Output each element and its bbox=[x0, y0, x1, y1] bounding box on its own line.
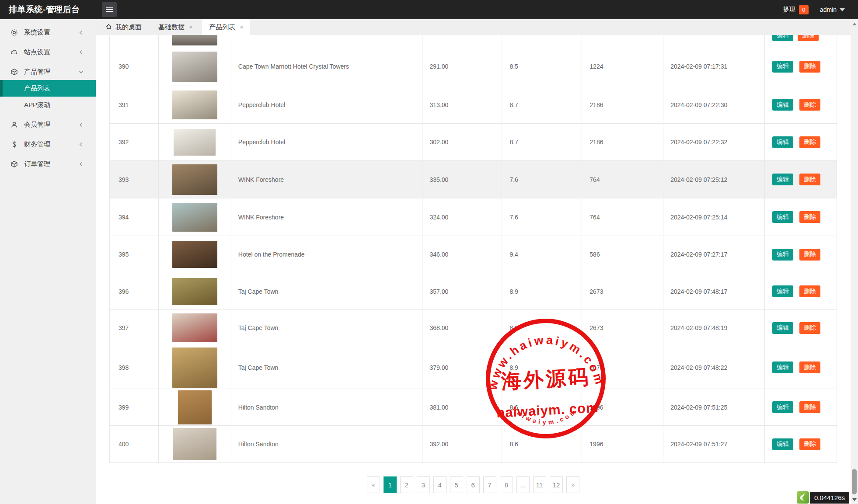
withdraw-menu[interactable]: 提现 0 bbox=[783, 5, 809, 14]
delete-button[interactable]: 删除 bbox=[799, 249, 820, 261]
edit-button[interactable]: 编辑 bbox=[772, 99, 793, 111]
edit-button[interactable]: 编辑 bbox=[772, 322, 793, 334]
product-price: 346.00 bbox=[422, 236, 502, 273]
sidebar-item-label: 系统设置 bbox=[24, 28, 50, 37]
product-updated-time: 2024-02-09 07:48:17 bbox=[663, 273, 765, 309]
scrollbar-thumb[interactable] bbox=[852, 469, 857, 494]
delete-button[interactable]: 删除 bbox=[799, 401, 820, 413]
tab-product-list[interactable]: 产品列表 × bbox=[202, 19, 250, 35]
product-image bbox=[172, 35, 217, 45]
sidebar-item-label: 会员管理 bbox=[24, 121, 50, 129]
close-icon[interactable]: × bbox=[240, 24, 243, 31]
sidebar-item-app-scroll[interactable]: APP滚动 bbox=[0, 97, 96, 113]
page-button-...[interactable]: ... bbox=[516, 476, 530, 493]
sidebar-item-order-management[interactable]: 订单管理 bbox=[0, 156, 96, 172]
page-button-4[interactable]: 4 bbox=[433, 476, 446, 493]
product-id: 399 bbox=[110, 389, 159, 425]
page-button-«[interactable]: « bbox=[367, 476, 380, 493]
sidebar-item-product-management[interactable]: 产品管理 bbox=[0, 64, 96, 80]
delete-button[interactable]: 删除 bbox=[799, 136, 820, 148]
edit-button[interactable]: 编辑 bbox=[772, 401, 793, 413]
product-review-count: 2186 bbox=[582, 124, 663, 160]
product-review-count: 2673 bbox=[582, 273, 663, 309]
product-id: 390 bbox=[110, 47, 159, 86]
product-price: 291.00 bbox=[422, 47, 502, 86]
delete-button[interactable]: 删除 bbox=[799, 174, 820, 185]
sidebar-subitem-label: 产品列表 bbox=[24, 84, 50, 93]
edit-button[interactable]: 编辑 bbox=[772, 174, 793, 185]
product-rating: 8.7 bbox=[502, 124, 582, 160]
sidebar-item-site-settings[interactable]: 站点设置 bbox=[0, 44, 96, 60]
sidebar-subitem-label: APP滚动 bbox=[24, 101, 50, 109]
product-cube-icon bbox=[10, 68, 18, 76]
product-image bbox=[172, 348, 217, 388]
page-button-1[interactable]: 1 bbox=[384, 476, 397, 493]
product-updated-time: 2024-02-09 07:27:17 bbox=[663, 236, 765, 273]
delete-button[interactable]: 删除 bbox=[799, 211, 820, 223]
edit-button[interactable]: 编辑 bbox=[772, 35, 793, 41]
product-rating: 7.6 bbox=[502, 161, 582, 198]
sidebar-item-label: 产品管理 bbox=[24, 68, 50, 76]
delete-button[interactable]: 删除 bbox=[798, 35, 819, 41]
product-name: Taj Cape Town bbox=[231, 310, 422, 346]
scroll-up-arrow[interactable] bbox=[851, 20, 858, 28]
page-button-5[interactable]: 5 bbox=[450, 476, 463, 493]
delete-button[interactable]: 删除 bbox=[799, 285, 820, 297]
sidebar-item-system-settings[interactable]: 系统设置 bbox=[0, 24, 96, 41]
product-updated-time: 2024-02-09 07:22:32 bbox=[663, 124, 765, 160]
product-name: Taj Cape Town bbox=[231, 346, 422, 389]
sidebar-item-member-management[interactable]: 会员管理 bbox=[0, 117, 96, 133]
table-row: 399 Hilton Sandton 381.00 8.6 1996 2024-… bbox=[110, 389, 837, 426]
table-row: 393 WINK Foreshore 335.00 7.6 764 2024-0… bbox=[110, 161, 837, 198]
edit-button[interactable]: 编辑 bbox=[772, 285, 793, 297]
page-button-2[interactable]: 2 bbox=[400, 476, 413, 493]
delete-button[interactable]: 删除 bbox=[799, 322, 820, 334]
product-name: Taj Cape Town bbox=[231, 273, 422, 309]
withdraw-count-badge: 0 bbox=[799, 5, 809, 14]
page-button-7[interactable]: 7 bbox=[483, 476, 496, 493]
edit-button[interactable]: 编辑 bbox=[772, 136, 793, 148]
page-button-3[interactable]: 3 bbox=[417, 476, 430, 493]
delete-button[interactable]: 删除 bbox=[799, 61, 820, 73]
product-price: 302.00 bbox=[422, 124, 502, 160]
tab-basic-data[interactable]: 基础数据 × bbox=[151, 19, 199, 35]
cloud-icon bbox=[10, 49, 18, 56]
chevron-left-icon bbox=[79, 141, 84, 148]
page-button-11[interactable]: 11 bbox=[533, 476, 546, 493]
chevron-left-icon bbox=[79, 29, 84, 36]
edit-button[interactable]: 编辑 bbox=[772, 249, 793, 261]
edit-button[interactable]: 编辑 bbox=[772, 438, 793, 450]
hamburger-menu-button[interactable] bbox=[102, 2, 117, 17]
edit-button[interactable]: 编辑 bbox=[772, 211, 793, 223]
close-icon[interactable]: × bbox=[189, 24, 192, 31]
product-rating: 8.7 bbox=[502, 86, 582, 123]
delete-button[interactable]: 删除 bbox=[799, 99, 820, 111]
edit-button[interactable]: 编辑 bbox=[772, 61, 793, 73]
product-rating: 8.5 bbox=[502, 47, 582, 86]
product-image bbox=[172, 278, 217, 305]
chevron-down-icon bbox=[79, 68, 84, 76]
product-name: Hilton Sandton bbox=[231, 426, 422, 462]
page-button-»[interactable]: » bbox=[566, 476, 579, 493]
page-button-12[interactable]: 12 bbox=[550, 476, 563, 493]
product-updated-time: 2024-02-09 07:48:19 bbox=[663, 310, 765, 346]
delete-button[interactable]: 删除 bbox=[799, 361, 820, 373]
edit-button[interactable]: 编辑 bbox=[772, 361, 793, 373]
user-menu[interactable]: admin bbox=[820, 6, 845, 13]
chevron-left-icon bbox=[79, 49, 84, 56]
page-button-6[interactable]: 6 bbox=[467, 476, 480, 493]
chevron-left-icon bbox=[79, 160, 84, 168]
product-image bbox=[174, 129, 216, 156]
page-button-8[interactable]: 8 bbox=[500, 476, 513, 493]
product-name: Pepperclub Hotel bbox=[231, 86, 422, 123]
delete-button[interactable]: 删除 bbox=[799, 438, 820, 450]
vertical-scrollbar[interactable] bbox=[851, 19, 858, 504]
tab-my-desktop[interactable]: 我的桌面 bbox=[98, 19, 149, 35]
sidebar-item-finance-management[interactable]: 财务管理 bbox=[0, 136, 96, 153]
scroll-down-arrow[interactable] bbox=[851, 496, 858, 503]
product-updated-time: 2024-02-09 07:48:22 bbox=[663, 346, 765, 389]
product-name: WINK Foreshore bbox=[231, 161, 422, 198]
table-row: 391 Pepperclub Hotel 313.00 8.7 2186 202… bbox=[110, 86, 837, 124]
product-review-count: 2186 bbox=[582, 86, 663, 123]
sidebar-item-product-list[interactable]: 产品列表 bbox=[0, 80, 96, 97]
